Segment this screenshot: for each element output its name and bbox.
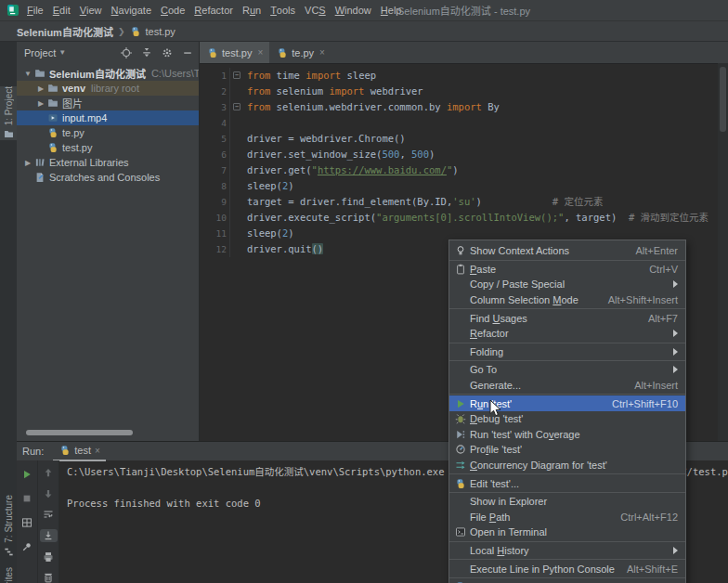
restore-layout-button[interactable] [19, 514, 36, 530]
menu-refactor[interactable]: Refactor [189, 0, 238, 20]
editor-tab-te.py[interactable]: te.py× [269, 42, 332, 63]
fold-column [229, 84, 244, 99]
menu-item-label: Local History [470, 545, 529, 556]
menu-item-shortcut: Alt+Insert [634, 380, 678, 391]
chevron-down-icon[interactable]: ▼ [22, 70, 33, 78]
run-icon [453, 397, 467, 409]
menu-edit[interactable]: Edit [48, 0, 75, 20]
context-menu-item-copy-paste-special[interactable]: Copy / Paste Special [449, 277, 685, 292]
tree-item-input.mp4[interactable]: input.mp4 [17, 110, 199, 125]
context-menu-item-paste[interactable]: PasteCtrl+V [449, 262, 685, 278]
hide-icon[interactable] [181, 46, 193, 58]
settings-icon[interactable] [161, 46, 173, 58]
close-icon[interactable]: × [95, 446, 100, 456]
context-menu-item-show-in-explorer[interactable]: Show in Explorer [449, 494, 685, 510]
run-toolbar-main [17, 460, 38, 583]
menu-window[interactable]: Window [331, 0, 376, 20]
locate-icon[interactable] [120, 46, 132, 58]
code-text: driver = webdriver.Chrome() [244, 131, 406, 147]
code-line-2[interactable]: 2from selenium import webdriver [200, 84, 728, 99]
collapse-all-icon[interactable] [140, 46, 152, 58]
context-menu-item-file-path[interactable]: File PathCtrl+Alt+F12 [449, 510, 685, 525]
code-area[interactable]: 1−from time import sleep2from selenium i… [200, 64, 728, 257]
stop-button[interactable] [19, 490, 36, 506]
code-line-5[interactable]: 5driver = webdriver.Chrome() [200, 131, 728, 147]
chevron-right-icon[interactable]: ▶ [35, 99, 46, 108]
context-menu-item-run-test-with-coverage[interactable]: Run 'test' with Coverage [449, 427, 685, 443]
tool-window-button-project[interactable]: 1: Project [0, 86, 17, 140]
editor-tab-test.py[interactable]: test.py× [200, 42, 269, 63]
menu-tools[interactable]: Tools [266, 0, 300, 20]
menu-code[interactable]: Code [156, 0, 189, 20]
context-menu-item-run-test[interactable]: Run 'test'Ctrl+Shift+F10 [449, 395, 685, 411]
tree-item-te.py[interactable]: te.py [17, 125, 199, 140]
chevron-right-icon[interactable]: ▶ [22, 159, 33, 167]
context-menu-item-open-in-terminal[interactable]: Open in Terminal [449, 525, 685, 540]
context-menu-item-local-history[interactable]: Local History [449, 543, 685, 559]
breadcrumb-file[interactable]: test.py [145, 26, 175, 37]
context-menu-item-debug-test[interactable]: Debug 'test' [449, 411, 685, 427]
code-line-7[interactable]: 7driver.get("https://www.baidu.com/") [200, 162, 728, 178]
context-menu-item-go-to[interactable]: Go To [449, 362, 685, 378]
project-panel-title[interactable]: Project [24, 47, 56, 58]
fold-marker-icon[interactable]: − [229, 68, 244, 84]
code-line-3[interactable]: 3−from selenium.webdriver.common.by impo… [200, 99, 728, 115]
line-number: 1 [200, 68, 229, 84]
rerun-button[interactable] [19, 466, 36, 482]
tree-item-scratches-and-consoles[interactable]: Scratches and Consoles [17, 170, 199, 185]
close-icon[interactable]: × [319, 47, 325, 58]
code-line-1[interactable]: 1−from time import sleep [200, 68, 728, 84]
context-menu-item-concurrency-diagram-for-test[interactable]: Concurrency Diagram for 'test' [449, 458, 685, 473]
structure-icon [3, 546, 15, 558]
tool-window-button-favorites[interactable]: 2: Favorites [0, 567, 17, 583]
breadcrumb-project[interactable]: Selenium自动化测试 [17, 24, 113, 39]
print-button[interactable] [40, 551, 58, 564]
tool-window-button-structure[interactable]: 7: Structure [0, 495, 17, 558]
chevron-down-icon[interactable]: ▼ [58, 48, 66, 57]
tree-item-external-libraries[interactable]: ▶External Libraries [17, 155, 199, 170]
vertical-scrollbar[interactable] [718, 63, 728, 441]
code-line-6[interactable]: 6driver.set_window_size(500, 500) [200, 147, 728, 162]
close-icon[interactable]: × [257, 47, 263, 58]
scrollbar-thumb[interactable] [720, 67, 726, 132]
context-menu-item-show-context-actions[interactable]: Show Context ActionsAlt+Enter [449, 243, 685, 259]
tree-item--[interactable]: ▶图片 [17, 96, 199, 110]
menu-separator [449, 541, 685, 542]
tree-item-test.py[interactable]: test.py [17, 140, 199, 155]
pin-button[interactable] [19, 538, 36, 554]
context-menu-item-execute-line-in-python-console[interactable]: Execute Line in Python ConsoleAlt+Shift+… [449, 561, 685, 577]
run-tab-test[interactable]: test × [53, 441, 106, 461]
scroll-end-button[interactable] [40, 529, 58, 542]
python-file-icon [453, 477, 467, 489]
code-line-4[interactable]: 4 [200, 115, 728, 131]
menu-separator [449, 260, 685, 261]
clear-button[interactable] [40, 571, 58, 583]
down-stack-button[interactable] [40, 487, 58, 500]
context-menu-item-refactor[interactable]: Refactor [449, 326, 685, 342]
folder-icon [33, 68, 46, 80]
menu-file[interactable]: File [22, 0, 48, 20]
chevron-right-icon[interactable]: ▶ [35, 84, 46, 93]
tree-item-selenium-[interactable]: ▼Selenium自动化测试C:\Users\Tianji\ [17, 66, 199, 81]
concurrency-icon [453, 460, 467, 472]
context-menu-item-column-selection-mode[interactable]: Column Selection ModeAlt+Shift+Insert [449, 292, 685, 308]
context-menu-item-run-file-in-python-console[interactable]: Run File in Python Console [449, 579, 685, 583]
horizontal-scrollbar[interactable] [26, 430, 133, 435]
context-menu-item-edit-test[interactable]: Edit 'test'... [449, 475, 685, 491]
menu-run[interactable]: Run [238, 0, 266, 20]
menu-vcs[interactable]: VCS [300, 0, 331, 20]
stop-icon [21, 492, 33, 504]
code-line-8[interactable]: 8sleep(2) [200, 178, 728, 194]
up-stack-button[interactable] [40, 466, 58, 479]
context-menu-item-profile-test[interactable]: Profile 'test' [449, 442, 685, 458]
context-menu-item-generate[interactable]: Generate...Alt+Insert [449, 378, 685, 394]
context-menu-item-folding[interactable]: Folding [449, 344, 685, 360]
code-line-10[interactable]: 10driver.execute_script("arguments[0].sc… [200, 210, 728, 226]
code-line-9[interactable]: 9target = driver.find_element(By.ID,'su'… [200, 194, 728, 210]
menu-navigate[interactable]: Navigate [107, 0, 156, 20]
fold-marker-icon[interactable]: − [229, 99, 244, 115]
context-menu-item-find-usages[interactable]: Find UsagesAlt+F7 [449, 310, 685, 326]
tree-item-venv[interactable]: ▶venvlibrary root [17, 81, 199, 96]
menu-view[interactable]: View [75, 0, 107, 20]
soft-wrap-button[interactable] [40, 508, 58, 521]
